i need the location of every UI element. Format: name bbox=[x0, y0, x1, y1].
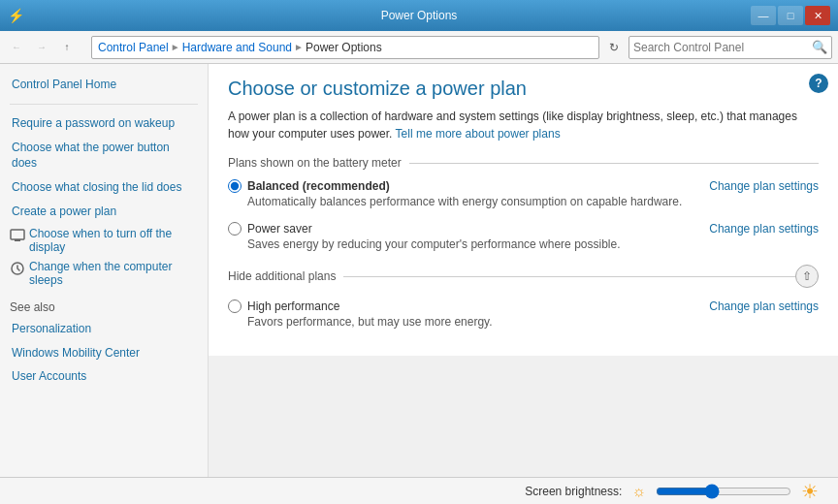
sidebar-computer-sleeps[interactable]: Change when the computer sleeps bbox=[10, 260, 198, 287]
search-box: 🔍 bbox=[628, 36, 832, 59]
breadcrumb-sep-1: ► bbox=[171, 42, 180, 52]
plan-power-saver-radio[interactable] bbox=[228, 222, 242, 236]
page-heading: Choose or customize a power plan bbox=[228, 78, 819, 100]
collapse-plans-button[interactable]: ⇧ bbox=[795, 265, 819, 288]
plan-high-performance-row: High performance Change plan settings bbox=[228, 299, 819, 313]
plan-high-performance-radio[interactable] bbox=[228, 299, 242, 313]
battery-meter-header: Plans shown on the battery meter bbox=[228, 156, 819, 170]
plan-power-saver-name: Power saver bbox=[247, 222, 312, 236]
window-title: Power Options bbox=[0, 9, 838, 22]
sidebar-mobility-center[interactable]: Windows Mobility Center bbox=[10, 344, 198, 362]
plan-high-performance-change[interactable]: Change plan settings bbox=[709, 299, 819, 313]
sidebar-home-link[interactable]: Control Panel Home bbox=[10, 76, 198, 94]
title-bar-controls: — □ ✕ bbox=[751, 6, 830, 25]
sun-high-icon: ☀ bbox=[801, 480, 819, 503]
main-layout: Control Panel Home Require a password on… bbox=[0, 64, 838, 477]
monitor-icon bbox=[10, 228, 25, 243]
breadcrumb-hardware-sound[interactable]: Hardware and Sound bbox=[182, 41, 292, 54]
sidebar-turn-off-display[interactable]: Choose when to turn off the display bbox=[10, 227, 198, 254]
sidebar-create-plan[interactable]: Create a power plan bbox=[10, 203, 198, 221]
plan-power-saver-desc: Saves energy by reducing your computer's… bbox=[247, 237, 819, 251]
breadcrumb-sep-2: ► bbox=[294, 42, 304, 52]
search-input[interactable] bbox=[633, 41, 808, 54]
sidebar-sleeps-label: Change when the computer sleeps bbox=[29, 260, 198, 287]
sidebar-turn-off-label: Choose when to turn off the display bbox=[29, 227, 198, 254]
brightness-slider[interactable] bbox=[656, 484, 791, 499]
see-also-title: See also bbox=[10, 300, 198, 314]
plan-high-performance: High performance Change plan settings Fa… bbox=[228, 299, 819, 329]
content-wrapper: ? Choose or customize a power plan A pow… bbox=[209, 64, 838, 477]
breadcrumb-control-panel[interactable]: Control Panel bbox=[98, 41, 169, 54]
hide-plans-row: Hide additional plans ⇧ bbox=[228, 265, 819, 288]
sidebar-divider bbox=[10, 104, 198, 105]
hide-plans-label: Hide additional plans bbox=[228, 269, 336, 283]
sleep-icon bbox=[10, 261, 25, 276]
plan-balanced-radio[interactable] bbox=[228, 179, 242, 193]
plan-balanced-label[interactable]: Balanced (recommended) bbox=[228, 179, 390, 193]
sidebar-power-button[interactable]: Choose what the power button does bbox=[10, 139, 198, 173]
plan-balanced-desc: Automatically balances performance with … bbox=[247, 195, 819, 208]
refresh-button[interactable]: ↻ bbox=[603, 37, 625, 58]
plan-high-performance-desc: Favors performance, but may use more ene… bbox=[247, 315, 819, 329]
back-button[interactable]: ← bbox=[6, 37, 27, 58]
plan-balanced: Balanced (recommended) Change plan setti… bbox=[228, 179, 819, 208]
sidebar-require-password[interactable]: Require a password on wakeup bbox=[10, 114, 198, 133]
hide-plans-inner: Hide additional plans bbox=[228, 269, 795, 283]
forward-button[interactable]: → bbox=[31, 37, 52, 58]
search-button[interactable]: 🔍 bbox=[812, 40, 827, 54]
plan-high-performance-label[interactable]: High performance bbox=[228, 299, 339, 313]
tell-me-link[interactable]: Tell me more about power plans bbox=[396, 127, 561, 141]
app-icon: ⚡ bbox=[8, 8, 24, 23]
sun-low-icon: ☼ bbox=[631, 483, 646, 500]
plan-power-saver: Power saver Change plan settings Saves e… bbox=[228, 222, 819, 251]
title-bar-left: ⚡ bbox=[8, 8, 24, 23]
content-area: Choose or customize a power plan A power… bbox=[209, 64, 838, 356]
plan-balanced-change[interactable]: Change plan settings bbox=[709, 179, 819, 193]
battery-meter-label: Plans shown on the battery meter bbox=[228, 156, 402, 170]
sidebar-personalization[interactable]: Personalization bbox=[10, 320, 198, 338]
hide-plans-line bbox=[343, 276, 795, 277]
plan-power-saver-row: Power saver Change plan settings bbox=[228, 222, 819, 236]
sidebar: Control Panel Home Require a password on… bbox=[0, 64, 209, 477]
close-button[interactable]: ✕ bbox=[805, 6, 830, 25]
page-description: A power plan is a collection of hardware… bbox=[228, 108, 819, 142]
plan-power-saver-label[interactable]: Power saver bbox=[228, 222, 312, 236]
svg-rect-0 bbox=[11, 230, 24, 239]
sidebar-user-accounts[interactable]: User Accounts bbox=[10, 367, 198, 386]
hide-plans-section: Hide additional plans ⇧ bbox=[228, 265, 819, 288]
minimize-button[interactable]: — bbox=[751, 6, 776, 25]
up-button[interactable]: ↑ bbox=[56, 37, 78, 58]
title-bar: ⚡ Power Options — □ ✕ bbox=[0, 0, 838, 31]
plan-balanced-row: Balanced (recommended) Change plan setti… bbox=[228, 179, 819, 193]
sidebar-closing-lid[interactable]: Choose what closing the lid does bbox=[10, 178, 198, 197]
address-bar: ← → ↑ Control Panel ► Hardware and Sound… bbox=[0, 31, 838, 64]
plan-balanced-name: Balanced (recommended) bbox=[247, 179, 390, 193]
plan-power-saver-change[interactable]: Change plan settings bbox=[709, 222, 819, 236]
breadcrumb-current: Power Options bbox=[306, 41, 382, 54]
breadcrumb-bar: Control Panel ► Hardware and Sound ► Pow… bbox=[91, 36, 599, 59]
brightness-label: Screen brightness: bbox=[525, 485, 622, 498]
plan-high-performance-name: High performance bbox=[247, 299, 339, 313]
svg-rect-1 bbox=[15, 239, 20, 241]
maximize-button[interactable]: □ bbox=[778, 6, 803, 25]
help-button[interactable]: ? bbox=[809, 74, 828, 93]
status-bar: Screen brightness: ☼ ☀ bbox=[0, 477, 838, 504]
